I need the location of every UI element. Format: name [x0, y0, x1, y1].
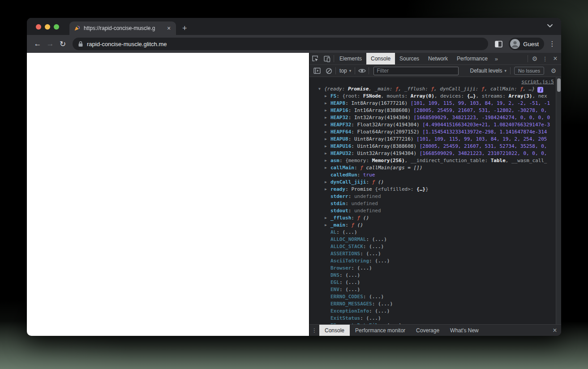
console-property-row[interactable]: ASSERTIONS: (...): [309, 250, 561, 257]
devtools-settings-icon[interactable]: ⚙: [529, 55, 541, 62]
expand-arrow-icon[interactable]: ▶: [325, 186, 330, 193]
devtools-menu-icon[interactable]: ⋮: [541, 56, 549, 62]
property-name: stderr: [330, 193, 348, 199]
browser-tab[interactable]: https://rapid-concise-muscle.g ×: [69, 21, 176, 35]
tab-elements[interactable]: Elements: [335, 53, 366, 64]
tab-close-icon[interactable]: ×: [165, 25, 172, 31]
drawer-tab-performance-monitor[interactable]: Performance monitor: [350, 325, 411, 336]
console-property-row[interactable]: ▶dynCall_jiji: ƒ (): [309, 179, 561, 186]
console-property-row[interactable]: ▶HEAP8: Int8Array(16777216) [101, 109, 1…: [309, 100, 561, 107]
console-property-row[interactable]: ▶HEAP32: Int32Array(4194304) [1668509029…: [309, 114, 561, 121]
reload-button[interactable]: ↻: [56, 38, 69, 50]
console-property-row[interactable]: ▶HEAPF64: Float64Array(2097152) [1.15454…: [309, 129, 561, 136]
forward-button: →: [44, 38, 56, 50]
url-bar[interactable]: rapid-concise-muscle.glitch.me: [73, 38, 488, 50]
lock-icon[interactable]: [78, 41, 83, 47]
close-window-button[interactable]: [36, 24, 41, 30]
evaluated-info-icon[interactable]: i: [537, 87, 543, 93]
context-selector[interactable]: top▾: [337, 68, 354, 74]
browser-menu-icon[interactable]: ⋮: [548, 40, 557, 48]
source-location-link[interactable]: script.js:5: [521, 79, 554, 85]
expand-arrow-icon[interactable]: ▶: [325, 100, 330, 107]
console-property-row[interactable]: Browser: (...): [309, 265, 561, 272]
devtools-close-icon[interactable]: ×: [549, 55, 561, 63]
expand-arrow-icon[interactable]: ▶: [325, 215, 330, 222]
console-property-row[interactable]: AL: (...): [309, 229, 561, 236]
expand-arrow-icon[interactable]: ▼: [318, 86, 324, 93]
inspect-element-icon[interactable]: [309, 53, 321, 64]
live-expression-eye-icon[interactable]: [356, 65, 368, 77]
console-property-row[interactable]: AsciiToString: (...): [309, 257, 561, 265]
tab-sources[interactable]: Sources: [395, 53, 424, 64]
console-property-row[interactable]: ERRNO_MESSAGES: (...): [309, 300, 561, 308]
console-property-row[interactable]: FS_createDataFile: (...): [309, 322, 561, 324]
console-property-row[interactable]: ENV: (...): [309, 286, 561, 293]
side-panel-icon[interactable]: [492, 35, 505, 53]
expand-arrow-icon[interactable]: ▶: [325, 222, 330, 229]
console-settings-icon[interactable]: ⚙: [548, 65, 559, 77]
new-tab-button[interactable]: +: [182, 24, 187, 35]
tab-network[interactable]: Network: [424, 53, 452, 64]
minimize-window-button[interactable]: [45, 24, 50, 30]
expand-arrow-icon[interactable]: ▶: [325, 143, 330, 150]
console-property-row[interactable]: ALLOC_STACK: (...): [309, 243, 561, 250]
expand-arrow-icon[interactable]: ▶: [325, 150, 330, 157]
property-name: HEAPU8: [330, 136, 348, 142]
console-property-row[interactable]: ▶ready: Promise {<fulfilled>: {…}}: [309, 186, 561, 193]
console-property-row[interactable]: stdout: undefined: [309, 207, 561, 215]
console-property-row[interactable]: ▶FS: {root: FSNode, mounts: Array(0), de…: [309, 93, 561, 100]
console-property-row[interactable]: ▶HEAPU8: Uint8Array(16777216) [101, 109,…: [309, 136, 561, 143]
expand-arrow-icon[interactable]: ▶: [325, 114, 330, 121]
console-property-row[interactable]: ▶HEAPF32: Float32Array(4194304) [4.49044…: [309, 121, 561, 129]
expand-arrow-icon[interactable]: ▶: [325, 157, 330, 164]
console-property-row[interactable]: DNS: (...): [309, 272, 561, 279]
console-property-row[interactable]: ▶HEAP16: Int16Array(8388608) [28005, 254…: [309, 107, 561, 114]
issues-counter[interactable]: No Issues: [514, 67, 544, 75]
drawer-tab-console[interactable]: Console: [319, 325, 350, 336]
console-property-row[interactable]: EGL: (...): [309, 279, 561, 286]
console-property-row[interactable]: ▶HEAPU32: Uint32Array(4194304) [16685090…: [309, 150, 561, 157]
property-name: _main: [330, 222, 345, 228]
clear-console-icon[interactable]: [323, 65, 335, 77]
zoom-window-button[interactable]: [54, 24, 59, 30]
device-toolbar-icon[interactable]: [321, 53, 333, 64]
expand-arrow-icon[interactable]: ▶: [325, 129, 330, 136]
console-property-row[interactable]: stderr: undefined: [309, 193, 561, 200]
tab-performance[interactable]: Performance: [452, 53, 492, 64]
console-scrollbar[interactable]: [556, 77, 561, 324]
drawer-tab-whats-new[interactable]: What's New: [445, 325, 484, 336]
expand-arrow-icon[interactable]: ▶: [325, 136, 330, 143]
console-property-row[interactable]: ▶_fflush: ƒ (): [309, 215, 561, 222]
profile-chip[interactable]: Guest: [509, 38, 544, 50]
tab-console[interactable]: Console: [366, 53, 395, 64]
property-name: AsciiToString: [330, 258, 369, 264]
log-levels-selector[interactable]: Default levels▾: [468, 68, 510, 74]
drawer-tab-coverage[interactable]: Coverage: [411, 325, 445, 336]
console-property-row[interactable]: ▶_main: ƒ (): [309, 222, 561, 229]
console-property-row[interactable]: ExceptionInfo: (...): [309, 308, 561, 315]
console-property-row[interactable]: calledRun: true: [309, 172, 561, 179]
expand-arrow-icon[interactable]: ▶: [325, 164, 330, 172]
console-object-preview[interactable]: ▼{ready: Promise, _main: ƒ, _fflush: ƒ, …: [309, 86, 561, 93]
drawer-menu-icon[interactable]: ⋮: [309, 327, 319, 334]
drawer-close-icon[interactable]: ×: [549, 326, 561, 335]
console-property-row[interactable]: ExitStatus: (...): [309, 315, 561, 322]
expand-arrow-icon[interactable]: ▶: [325, 179, 330, 186]
console-property-row[interactable]: ▶HEAPU16: Uint16Array(8388608) [28005, 2…: [309, 143, 561, 150]
console-property-row[interactable]: ERRNO_CODES: (...): [309, 293, 561, 300]
url-text: rapid-concise-muscle.glitch.me: [87, 41, 167, 47]
console-property-row[interactable]: ▶asm: {memory: Memory(256), __indirect_f…: [309, 157, 561, 164]
filter-input[interactable]: [373, 67, 459, 75]
expand-arrow-icon[interactable]: ▶: [325, 107, 330, 114]
expand-arrow-icon[interactable]: ▶: [325, 121, 330, 129]
console-sidebar-icon[interactable]: [311, 65, 323, 77]
expand-arrow-icon[interactable]: ▶: [325, 93, 330, 100]
console-property-row[interactable]: ▶callMain: ƒ callMain(args = []): [309, 164, 561, 172]
tab-search-chevron-icon[interactable]: [547, 24, 553, 28]
scrollbar-thumb[interactable]: [557, 78, 561, 92]
console-property-row[interactable]: stdin: undefined: [309, 200, 561, 207]
guest-label: Guest: [523, 41, 539, 47]
back-button[interactable]: ←: [31, 38, 44, 50]
more-tabs-icon[interactable]: »: [492, 56, 501, 62]
console-property-row[interactable]: ALLOC_NORMAL: (...): [309, 236, 561, 243]
